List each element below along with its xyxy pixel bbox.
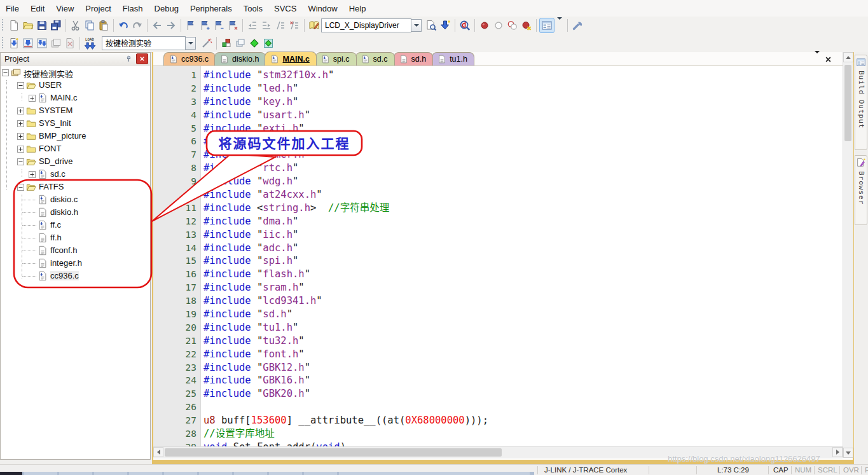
tab-tu1.h[interactable]: tu1.h: [432, 52, 474, 65]
menu-item-svcs[interactable]: SVCS: [268, 1, 302, 16]
cut-icon[interactable]: [69, 18, 83, 32]
open-folder-icon[interactable]: [21, 18, 35, 32]
tab-sd.c[interactable]: sd.c: [355, 52, 395, 65]
toolbar-grip[interactable]: [1, 19, 4, 32]
tree-item-MAIN.c[interactable]: MAIN.c: [1, 92, 150, 104]
windows-stack-icon[interactable]: [233, 36, 247, 50]
tab-build-output[interactable]: Build Output: [855, 55, 867, 150]
tree-item-integer.h[interactable]: integer.h: [1, 257, 150, 270]
expand-plus-icon[interactable]: [17, 120, 24, 127]
comment-selection-icon[interactable]: [273, 18, 287, 32]
tab-spi.c[interactable]: spi.c: [315, 52, 357, 65]
undo-icon[interactable]: [116, 18, 130, 32]
breakpoint-enable-icon[interactable]: [492, 18, 506, 32]
navigate-forward-icon[interactable]: [164, 18, 178, 32]
configure-wrench-icon[interactable]: [570, 18, 584, 32]
tree-item-USER[interactable]: USER: [1, 79, 150, 92]
tree-item-SYS_Init[interactable]: SYS_Init: [1, 117, 150, 130]
scroll-left-icon[interactable]: [153, 447, 163, 457]
indent-icon[interactable]: [259, 18, 273, 32]
collapse-minus-icon[interactable]: [17, 158, 24, 165]
tree-item-ffconf.h[interactable]: ffconf.h: [1, 244, 150, 257]
code-editor[interactable]: 1#include "stm32f10x.h"2#include "led.h"…: [153, 66, 843, 446]
navigate-back-icon[interactable]: [150, 18, 164, 32]
tree-item-ff.c[interactable]: ff.c: [1, 219, 150, 231]
tree-item-SD_drive[interactable]: SD_drive: [1, 155, 150, 168]
menu-item-help[interactable]: Help: [343, 1, 372, 16]
expand-plus-icon[interactable]: [29, 95, 36, 102]
save-all-icon[interactable]: [49, 18, 63, 32]
project-tree[interactable]: 按键检测实验USERMAIN.cSYSTEMSYS_InitBMP_pictur…: [1, 66, 150, 459]
manage-project-items-icon[interactable]: [307, 18, 321, 32]
bookmark-clear-all-icon[interactable]: [226, 18, 240, 32]
menu-item-flash[interactable]: Flash: [117, 1, 149, 16]
horizontal-scroll-thumb[interactable]: [165, 448, 502, 457]
build-icon[interactable]: [21, 36, 35, 50]
scroll-right-icon[interactable]: [832, 447, 843, 457]
translate-icon[interactable]: [7, 36, 21, 50]
tree-item-SYSTEM[interactable]: SYSTEM: [1, 104, 150, 117]
apply-changes-icon[interactable]: [438, 18, 452, 32]
tree-item-FATFS[interactable]: FATFS: [1, 181, 150, 193]
menu-item-view[interactable]: View: [50, 1, 79, 16]
menu-item-edit[interactable]: Edit: [25, 1, 50, 16]
tree-item-按键检测实验[interactable]: 按键检测实验: [1, 66, 150, 79]
menu-item-project[interactable]: Project: [79, 1, 116, 16]
window-layout-icon[interactable]: [539, 18, 555, 33]
tab-MAIN.c[interactable]: MAIN.c: [265, 52, 316, 65]
tab-sd.h[interactable]: sd.h: [394, 52, 434, 65]
pin-icon[interactable]: [123, 54, 134, 64]
breakpoint-toggle-icon[interactable]: [478, 18, 492, 32]
flash-diamond-box-icon[interactable]: [261, 36, 275, 50]
menu-item-tools[interactable]: Tools: [238, 1, 268, 16]
tree-item-ff.h[interactable]: ff.h: [1, 231, 150, 244]
breakpoint-kill-all-icon[interactable]: [520, 18, 534, 32]
uncomment-selection-icon[interactable]: [287, 18, 301, 32]
tree-item-diskio.c[interactable]: diskio.c: [1, 193, 150, 206]
tree-item-FONT[interactable]: FONT: [1, 142, 150, 155]
scroll-up-icon[interactable]: [843, 52, 853, 62]
collapse-minus-icon[interactable]: [17, 82, 24, 89]
close-icon[interactable]: [136, 53, 148, 64]
tree-item-cc936.c[interactable]: cc936.c: [1, 270, 150, 282]
new-file-icon[interactable]: [7, 18, 21, 32]
target-select-dropdown[interactable]: [411, 19, 422, 32]
menu-item-file[interactable]: File: [0, 1, 25, 16]
bookmark-next-icon[interactable]: [198, 18, 212, 32]
tab-browser[interactable]: Browser: [855, 155, 867, 225]
tree-item-BMP_picture[interactable]: BMP_picture: [1, 130, 150, 142]
toolbar-grip[interactable]: [1, 37, 4, 50]
bookmark-toggle-icon[interactable]: [184, 18, 198, 32]
collapse-minus-icon[interactable]: [2, 69, 9, 76]
flash-diamond-icon[interactable]: [247, 36, 261, 50]
breakpoint-disable-icon[interactable]: [506, 18, 520, 32]
start-debug-session-icon[interactable]: [458, 18, 472, 32]
expand-plus-icon[interactable]: [17, 133, 24, 140]
expand-plus-icon[interactable]: [29, 171, 36, 178]
horizontal-scrollbar[interactable]: [153, 446, 843, 458]
bookmark-prev-icon[interactable]: [212, 18, 226, 32]
close-document-icon[interactable]: [825, 56, 832, 63]
target-select[interactable]: LCD_X_DisplayDriver: [321, 18, 411, 32]
tab-diskio.h[interactable]: diskio.h: [214, 52, 266, 65]
redo-icon[interactable]: [130, 18, 144, 32]
expand-plus-icon[interactable]: [17, 146, 24, 153]
expand-plus-icon[interactable]: [17, 107, 24, 114]
collapse-minus-icon[interactable]: [17, 184, 24, 191]
window-layout-dropdown[interactable]: [555, 20, 565, 31]
unindent-icon[interactable]: [245, 18, 259, 32]
menu-item-peripherals[interactable]: Peripherals: [184, 1, 238, 16]
vertical-scroll-thumb[interactable]: [844, 65, 851, 141]
scroll-down-icon[interactable]: [843, 448, 853, 458]
tab-list-dropdown-icon[interactable]: [815, 53, 820, 65]
copy-icon[interactable]: [83, 18, 97, 32]
rebuild-all-icon[interactable]: [35, 36, 49, 50]
menu-item-window[interactable]: Window: [302, 1, 343, 16]
paste-icon[interactable]: [97, 18, 111, 32]
find-in-files-icon[interactable]: [424, 18, 438, 32]
target-options-wand-icon[interactable]: [200, 36, 214, 50]
menu-item-debug[interactable]: Debug: [149, 1, 184, 16]
project-target-dropdown[interactable]: [186, 37, 196, 50]
vertical-scrollbar[interactable]: [843, 52, 853, 458]
manage-components-icon[interactable]: [219, 36, 233, 50]
